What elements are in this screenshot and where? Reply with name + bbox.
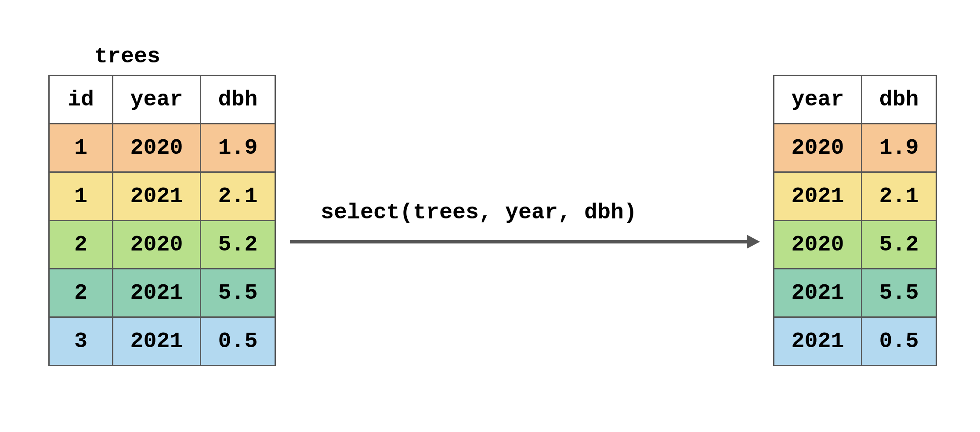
cell: 2 xyxy=(49,221,113,269)
col-header-dbh: dbh xyxy=(201,76,275,124)
cell: 3 xyxy=(49,317,113,366)
table-row: 2 2020 5.2 xyxy=(49,221,275,269)
output-table: year dbh 2020 1.9 2021 2.1 2020 5.2 2021… xyxy=(773,75,937,366)
cell: 2 xyxy=(49,269,113,317)
cell: 2020 xyxy=(774,124,862,172)
operation-code: select(trees, year, dbh) xyxy=(321,200,637,225)
cell: 2020 xyxy=(113,124,201,172)
table-row: 1 2021 2.1 xyxy=(49,172,275,221)
table-header-row: id year dbh xyxy=(49,76,275,124)
cell: 2021 xyxy=(774,172,862,221)
col-header-year: year xyxy=(774,76,862,124)
cell: 2.1 xyxy=(201,172,275,221)
input-table-title: trees xyxy=(94,44,160,69)
arrow-right-icon xyxy=(290,233,760,250)
table-header-row: year dbh xyxy=(774,76,937,124)
table-row: 2 2021 5.5 xyxy=(49,269,275,317)
cell: 1.9 xyxy=(201,124,275,172)
cell: 2.1 xyxy=(862,172,937,221)
col-header-year: year xyxy=(113,76,201,124)
input-table: id year dbh 1 2020 1.9 1 2021 2.1 2 2020… xyxy=(48,75,276,366)
table-row: 2020 5.2 xyxy=(774,221,937,269)
table-row: 2021 2.1 xyxy=(774,172,937,221)
cell: 5.5 xyxy=(862,269,937,317)
cell: 0.5 xyxy=(862,317,937,366)
cell: 1 xyxy=(49,172,113,221)
cell: 0.5 xyxy=(201,317,275,366)
cell: 5.2 xyxy=(201,221,275,269)
table-row: 3 2021 0.5 xyxy=(49,317,275,366)
table-row: 2020 1.9 xyxy=(774,124,937,172)
cell: 1.9 xyxy=(862,124,937,172)
cell: 2020 xyxy=(774,221,862,269)
col-header-id: id xyxy=(49,76,113,124)
cell: 2021 xyxy=(774,317,862,366)
table-row: 1 2020 1.9 xyxy=(49,124,275,172)
cell: 5.5 xyxy=(201,269,275,317)
cell: 2021 xyxy=(113,269,201,317)
svg-marker-1 xyxy=(747,235,760,249)
cell: 2020 xyxy=(113,221,201,269)
cell: 2021 xyxy=(113,317,201,366)
col-header-dbh: dbh xyxy=(862,76,937,124)
cell: 5.2 xyxy=(862,221,937,269)
table-row: 2021 5.5 xyxy=(774,269,937,317)
table-row: 2021 0.5 xyxy=(774,317,937,366)
cell: 2021 xyxy=(113,172,201,221)
cell: 1 xyxy=(49,124,113,172)
cell: 2021 xyxy=(774,269,862,317)
